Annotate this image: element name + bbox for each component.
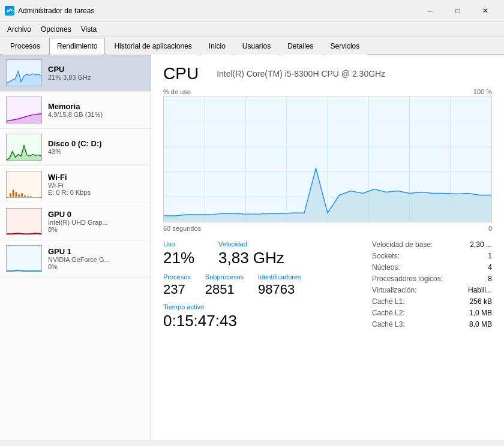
uso-label: Uso — [163, 240, 194, 248]
minimize-button[interactable]: ─ — [416, 4, 444, 18]
gpu1-subtitle2: 0% — [48, 263, 145, 270]
detail-right: Velocidad de base: 2,30 ... Sockets: 1 N… — [372, 240, 492, 337]
stats-row2: Procesos 237 Subprocesos 2851 Identifica… — [163, 273, 372, 297]
tab-usuarios[interactable]: Usuarios — [235, 38, 278, 55]
tab-detalles[interactable]: Detalles — [280, 38, 321, 55]
stat-subprocesos: Subprocesos 2851 — [205, 273, 244, 297]
wifi-thumbnail — [6, 171, 42, 198]
menu-vista[interactable]: Vista — [76, 23, 101, 35]
right-label-2: Núcleos: — [372, 263, 400, 272]
stat-uso: Uso 21% — [163, 240, 194, 267]
right-label-5: Caché L1: — [372, 297, 405, 306]
tab-procesos[interactable]: Procesos — [2, 38, 48, 55]
gpu1-subtitle1: NVIDIA GeForce G... — [48, 256, 145, 263]
svg-rect-6 — [7, 171, 41, 197]
footer-bar: ⊙ Menos detalles | ⊘ Abrir el Monitor de… — [0, 441, 504, 446]
cpu-subtitle: 21% 3,83 GHz — [48, 74, 145, 81]
identificadores-label: Identificadores — [258, 273, 301, 281]
app-icon — [5, 6, 14, 16]
right-label-7: Caché L3: — [372, 320, 405, 329]
detail-header: CPU Intel(R) Core(TM) i5-8300H CPU @ 2.3… — [163, 64, 492, 83]
svg-rect-14 — [30, 196, 32, 197]
menu-opciones[interactable]: Opciones — [36, 23, 76, 35]
detail-body: Uso 21% Velocidad 3,83 GHz Procesos 237 — [163, 240, 492, 337]
procesos-label: Procesos — [163, 273, 191, 281]
svg-rect-9 — [16, 192, 17, 197]
stat-velocidad: Velocidad 3,83 GHz — [218, 240, 284, 267]
right-label-3: Procesadores lógicos: — [372, 275, 443, 283]
right-stat-3: Procesadores lógicos: 8 — [372, 275, 492, 283]
right-value-6: 1,0 MB — [469, 309, 492, 317]
right-value-4: Habili... — [468, 286, 492, 294]
window-title: Administrador de tareas — [18, 7, 94, 15]
memoria-subtitle: 4,9/15,8 GB (31%) — [48, 111, 145, 118]
close-button[interactable]: ✕ — [472, 4, 499, 18]
disco-subtitle: 43% — [48, 148, 145, 155]
menu-bar: Archivo Opciones Vista — [0, 22, 504, 37]
uso-value: 21% — [163, 249, 194, 267]
cpu-chart — [163, 97, 492, 222]
detail-panel: CPU Intel(R) Core(TM) i5-8300H CPU @ 2.3… — [151, 55, 504, 441]
cpu-thumbnail — [6, 59, 42, 86]
right-value-2: 4 — [488, 263, 492, 272]
gpu0-info: GPU 0 Intel(R) UHD Grap... 0% — [48, 210, 145, 233]
svg-rect-8 — [13, 190, 14, 197]
right-stat-0: Velocidad de base: 2,30 ... — [372, 240, 492, 249]
right-label-6: Caché L2: — [372, 309, 405, 317]
subprocesos-label: Subprocesos — [205, 273, 244, 281]
right-value-0: 2,30 ... — [470, 240, 492, 249]
wifi-subtitle2: E: 0 R: 0 Kbps — [48, 189, 145, 196]
svg-rect-13 — [27, 196, 29, 197]
right-stat-4: Virtualización: Habili... — [372, 286, 492, 294]
gpu0-title: GPU 0 — [48, 210, 145, 219]
sidebar-item-cpu[interactable]: CPU 21% 3,83 GHz — [0, 55, 151, 92]
identificadores-value: 98763 — [258, 282, 301, 297]
menu-archivo[interactable]: Archivo — [2, 23, 36, 35]
disco-info: Disco 0 (C: D:) 43% — [48, 139, 145, 155]
window-controls: ─ □ ✕ — [416, 4, 499, 18]
tab-servicios[interactable]: Servicios — [323, 38, 368, 55]
sidebar-item-memoria[interactable]: Memoria 4,9/15,8 GB (31%) — [0, 92, 151, 129]
detail-title: CPU — [163, 64, 199, 83]
maximize-button[interactable]: □ — [444, 4, 472, 18]
tab-historial[interactable]: Historial de aplicaciones — [106, 38, 199, 55]
velocidad-label: Velocidad — [218, 240, 284, 248]
right-stat-1: Sockets: 1 — [372, 252, 492, 260]
detail-subtitle: Intel(R) Core(TM) i5-8300H CPU @ 2.30GHz — [217, 69, 385, 79]
stat-identificadores: Identificadores 98763 — [258, 273, 301, 297]
gpu1-thumbnail — [6, 245, 42, 272]
svg-rect-7 — [10, 193, 11, 197]
sidebar-item-gpu1[interactable]: GPU 1 NVIDIA GeForce G... 0% — [0, 240, 151, 278]
right-label-1: Sockets: — [372, 252, 400, 260]
tab-rendimiento[interactable]: Rendimiento — [49, 38, 105, 55]
right-value-5: 256 kB — [470, 297, 492, 306]
gpu0-subtitle1: Intel(R) UHD Grap... — [48, 219, 145, 226]
subprocesos-value: 2851 — [205, 282, 244, 297]
memoria-title: Memoria — [48, 102, 145, 111]
sidebar-item-disco[interactable]: Disco 0 (C: D:) 43% — [0, 129, 151, 166]
chart-y-max-label: 100 % — [473, 88, 492, 95]
right-value-3: 8 — [488, 275, 492, 283]
sidebar-item-gpu0[interactable]: GPU 0 Intel(R) UHD Grap... 0% — [0, 203, 151, 240]
right-value-1: 1 — [488, 252, 492, 260]
gpu1-info: GPU 1 NVIDIA GeForce G... 0% — [48, 247, 145, 270]
tab-inicio[interactable]: Inicio — [201, 38, 233, 55]
stats-row1: Uso 21% Velocidad 3,83 GHz — [163, 240, 372, 267]
disco-thumbnail — [6, 134, 42, 161]
wifi-info: Wi-Fi Wi-Fi E: 0 R: 0 Kbps — [48, 173, 145, 196]
title-bar-left: Administrador de tareas — [5, 6, 94, 16]
disco-title: Disco 0 (C: D:) — [48, 139, 145, 148]
right-value-7: 8,0 MB — [469, 320, 492, 329]
svg-rect-11 — [21, 193, 23, 197]
cpu-title: CPU — [48, 65, 145, 74]
chart-x-labels: 60 segundos 0 — [163, 225, 492, 232]
stat-procesos: Procesos 237 — [163, 273, 191, 297]
sidebar-item-wifi[interactable]: Wi-Fi Wi-Fi E: 0 R: 0 Kbps — [0, 166, 151, 203]
svg-rect-16 — [7, 246, 41, 272]
gpu1-title: GPU 1 — [48, 247, 145, 256]
stat-tiempo: Tiempo activo 0:15:47:43 — [163, 303, 372, 330]
svg-rect-10 — [18, 194, 20, 197]
gpu0-thumbnail — [6, 208, 42, 235]
title-bar: Administrador de tareas ─ □ ✕ — [0, 0, 504, 22]
gpu0-subtitle2: 0% — [48, 226, 145, 233]
